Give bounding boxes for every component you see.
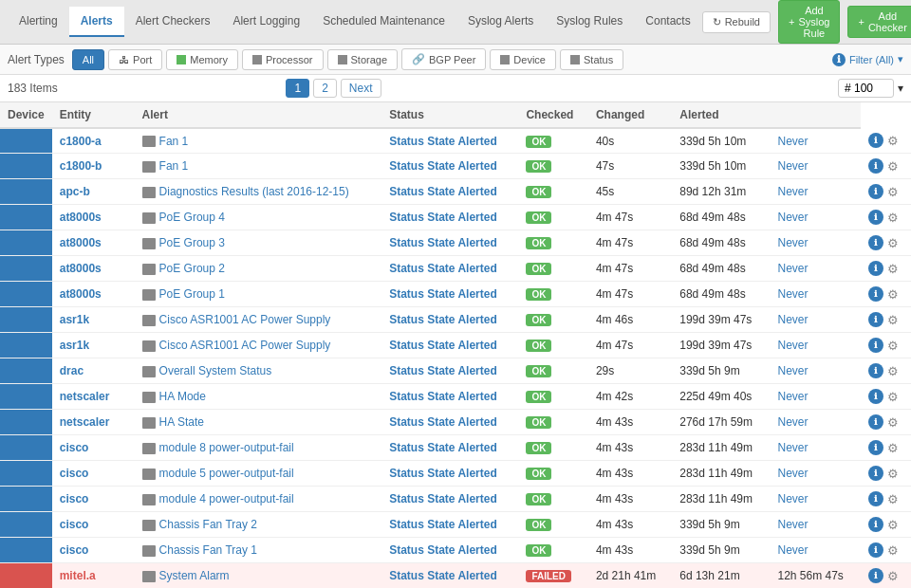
device-link[interactable]: c1800-b bbox=[60, 159, 102, 173]
filter-all[interactable]: All bbox=[72, 49, 104, 70]
filter-device[interactable]: Device bbox=[490, 49, 556, 70]
device-link[interactable]: cisco bbox=[60, 492, 89, 505]
entity-link[interactable]: Overall System Status bbox=[159, 364, 272, 377]
gear-icon[interactable]: ⚙ bbox=[887, 441, 899, 455]
alert-link[interactable]: Status State Alerted bbox=[389, 313, 497, 326]
alert-link[interactable]: Status State Alerted bbox=[389, 492, 497, 505]
entity-link[interactable]: HA State bbox=[159, 415, 204, 429]
alert-link[interactable]: Status State Alerted bbox=[389, 543, 497, 557]
tab-alerts[interactable]: Alerts bbox=[69, 7, 124, 37]
info-row-icon[interactable]: ℹ bbox=[868, 312, 883, 327]
filter-storage[interactable]: Storage bbox=[327, 49, 399, 70]
alert-link[interactable]: Status State Alerted bbox=[389, 159, 497, 173]
alert-link[interactable]: Status State Alerted bbox=[389, 441, 497, 454]
device-link[interactable]: cisco bbox=[60, 441, 89, 454]
alert-link[interactable]: Status State Alerted bbox=[389, 518, 497, 531]
alert-link[interactable]: Status State Alerted bbox=[389, 467, 497, 480]
entity-link[interactable]: Cisco ASR1001 AC Power Supply bbox=[159, 339, 331, 352]
gear-icon[interactable]: ⚙ bbox=[887, 492, 899, 506]
entity-link[interactable]: Diagnostics Results (last 2016-12-15) bbox=[159, 185, 349, 198]
device-link[interactable]: cisco bbox=[60, 518, 89, 531]
info-row-icon[interactable]: ℹ bbox=[868, 389, 883, 404]
alert-link[interactable]: Status State Alerted bbox=[389, 236, 497, 249]
gear-icon[interactable]: ⚙ bbox=[887, 287, 899, 302]
gear-icon[interactable]: ⚙ bbox=[887, 185, 899, 199]
gear-icon[interactable]: ⚙ bbox=[887, 390, 899, 404]
info-row-icon[interactable]: ℹ bbox=[868, 363, 883, 378]
gear-icon[interactable]: ⚙ bbox=[887, 518, 899, 532]
tab-contacts[interactable]: Contacts bbox=[634, 7, 701, 37]
rebuild-button[interactable]: ↻ Rebuild bbox=[702, 11, 771, 33]
info-row-icon[interactable]: ℹ bbox=[868, 414, 883, 430]
device-link[interactable]: netscaler bbox=[60, 415, 110, 429]
info-row-icon[interactable]: ℹ bbox=[868, 517, 883, 532]
info-row-icon[interactable]: ℹ bbox=[868, 542, 883, 558]
info-row-icon[interactable]: ℹ bbox=[868, 210, 883, 225]
gear-icon[interactable]: ⚙ bbox=[887, 236, 899, 250]
entity-link[interactable]: Chassis Fan Tray 2 bbox=[159, 518, 257, 531]
device-link[interactable]: mitel.a bbox=[60, 569, 96, 582]
per-page-select-top[interactable]: # 100 bbox=[838, 79, 894, 98]
device-link[interactable]: at8000s bbox=[60, 236, 102, 249]
device-link[interactable]: at8000s bbox=[60, 287, 102, 301]
alert-link[interactable]: Status State Alerted bbox=[389, 287, 497, 301]
info-row-icon[interactable]: ℹ bbox=[868, 235, 883, 250]
filter-bgp-peer[interactable]: 🔗 BGP Peer bbox=[401, 48, 486, 70]
page-2-button-top[interactable]: 2 bbox=[313, 79, 337, 98]
entity-link[interactable]: module 5 power-output-fail bbox=[159, 467, 294, 480]
info-row-icon[interactable]: ℹ bbox=[868, 491, 883, 506]
filter-memory[interactable]: Memory bbox=[166, 49, 238, 70]
entity-link[interactable]: Chassis Fan Tray 1 bbox=[159, 543, 257, 557]
add-syslog-rule-button[interactable]: + Add Syslog Rule bbox=[778, 0, 840, 44]
entity-link[interactable]: Fan 1 bbox=[159, 159, 189, 173]
entity-link[interactable]: PoE Group 2 bbox=[159, 262, 225, 275]
tab-alert-logging[interactable]: Alert Logging bbox=[221, 7, 311, 37]
gear-icon[interactable]: ⚙ bbox=[887, 211, 899, 225]
device-link[interactable]: asr1k bbox=[60, 313, 89, 326]
info-row-icon[interactable]: ℹ bbox=[868, 286, 883, 302]
next-button-top[interactable]: Next bbox=[341, 79, 381, 98]
alert-link[interactable]: Status State Alerted bbox=[389, 364, 497, 377]
gear-icon[interactable]: ⚙ bbox=[887, 313, 899, 327]
entity-link[interactable]: PoE Group 3 bbox=[159, 236, 225, 249]
device-link[interactable]: cisco bbox=[60, 543, 89, 557]
alert-link[interactable]: Status State Alerted bbox=[389, 415, 497, 429]
info-row-icon[interactable]: ℹ bbox=[868, 568, 883, 583]
info-row-icon[interactable]: ℹ bbox=[868, 338, 883, 353]
gear-icon[interactable]: ⚙ bbox=[887, 159, 899, 174]
gear-icon[interactable]: ⚙ bbox=[887, 415, 899, 430]
tab-alerting[interactable]: Alerting bbox=[8, 7, 69, 37]
info-row-icon[interactable]: ℹ bbox=[868, 133, 883, 148]
alert-link[interactable]: Status State Alerted bbox=[389, 185, 497, 198]
alert-link[interactable]: Status State Alerted bbox=[389, 211, 497, 224]
entity-link[interactable]: module 4 power-output-fail bbox=[159, 492, 294, 505]
tab-syslog-rules[interactable]: Syslog Rules bbox=[545, 7, 634, 37]
entity-link[interactable]: Cisco ASR1001 AC Power Supply bbox=[159, 313, 331, 326]
filter-info-button[interactable]: ℹ Filter (All) ▾ bbox=[832, 53, 903, 66]
info-row-icon[interactable]: ℹ bbox=[868, 440, 883, 455]
gear-icon[interactable]: ⚙ bbox=[887, 569, 899, 583]
device-link[interactable]: netscaler bbox=[60, 390, 110, 403]
alert-link[interactable]: Status State Alerted bbox=[389, 135, 497, 148]
alert-link[interactable]: Status State Alerted bbox=[389, 262, 497, 275]
entity-link[interactable]: PoE Group 4 bbox=[159, 211, 225, 224]
entity-link[interactable]: PoE Group 1 bbox=[159, 287, 225, 301]
device-link[interactable]: asr1k bbox=[60, 339, 89, 352]
entity-link[interactable]: module 8 power-output-fail bbox=[159, 441, 294, 454]
add-checker-button[interactable]: + Add Checker bbox=[847, 6, 911, 38]
info-row-icon[interactable]: ℹ bbox=[868, 466, 883, 481]
tab-syslog-alerts[interactable]: Syslog Alerts bbox=[456, 7, 545, 37]
info-row-icon[interactable]: ℹ bbox=[868, 261, 883, 276]
filter-processor[interactable]: Processor bbox=[242, 49, 324, 70]
device-link[interactable]: drac bbox=[60, 364, 84, 377]
tab-alert-checkers[interactable]: Alert Checkers bbox=[124, 7, 222, 37]
alert-link[interactable]: Status State Alerted bbox=[389, 390, 497, 403]
gear-icon[interactable]: ⚙ bbox=[887, 543, 899, 558]
page-1-button-top[interactable]: 1 bbox=[286, 79, 309, 98]
entity-link[interactable]: Fan 1 bbox=[159, 135, 189, 148]
device-link[interactable]: apc-b bbox=[60, 185, 90, 198]
entity-link[interactable]: HA Mode bbox=[159, 390, 206, 403]
device-link[interactable]: at8000s bbox=[60, 262, 102, 275]
filter-port[interactable]: 🖧 Port bbox=[108, 49, 162, 70]
tab-scheduled-maintenance[interactable]: Scheduled Maintenance bbox=[311, 7, 456, 37]
